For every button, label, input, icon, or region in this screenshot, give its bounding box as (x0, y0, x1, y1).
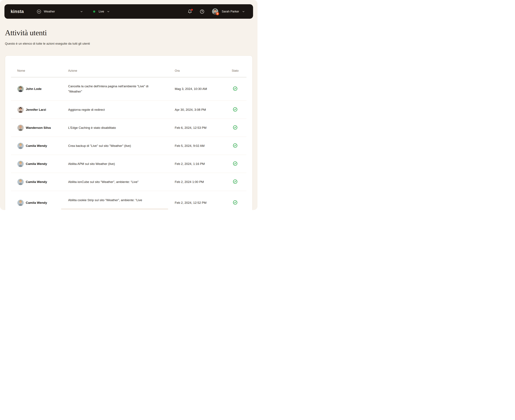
avatar (17, 142, 24, 149)
action-text: Abilita cookie Strip sul sito “Weather”,… (68, 197, 142, 203)
help-button[interactable] (200, 9, 204, 14)
success-check-icon (233, 143, 238, 149)
site-selector-value: Weather (44, 10, 55, 13)
action-text: Aggiorna regole di redirect (68, 107, 105, 112)
chevron-down-icon (107, 10, 110, 13)
environment-selector-dropdown[interactable]: Live (93, 10, 110, 13)
column-header-azione: Azione (68, 69, 175, 73)
timestamp: Feb 6, 2024, 12:53 PM (175, 126, 230, 130)
main-content: Attività utenti Questo è un elenco di tu… (0, 28, 258, 210)
page-subtitle: Questo è un elenco di tutte le azioni es… (5, 41, 253, 46)
page: kinsta W Weather Live (0, 0, 258, 210)
wordpress-icon: W (37, 9, 41, 14)
timestamp: Mag 3, 2024, 10:30 AM (175, 87, 230, 91)
activity-table-card: Nome Azione Ora Stato John Lode Cancella… (5, 55, 253, 210)
success-check-icon (233, 86, 238, 91)
avatar (17, 161, 24, 167)
table-row: Camila Wendy Abilita ionCube sul sito “W… (11, 173, 246, 191)
avatar (17, 200, 24, 206)
table-row: John Lode Cancella la cache dell'intera … (11, 77, 246, 101)
timestamp: Apr 30, 2024, 3:08 PM (175, 108, 230, 112)
table-header-row: Nome Azione Ora Stato (11, 56, 246, 77)
success-check-icon (233, 107, 238, 112)
table-row: Camila Wendy Abilita cookie Strip sul si… (11, 191, 246, 210)
avatar (17, 179, 24, 185)
environment-selector-value: Live (99, 10, 104, 13)
table-row: Wanderson Silva L'Edge Caching è stato d… (11, 119, 246, 137)
lightning-badge-icon (216, 12, 219, 15)
site-selector-dropdown[interactable]: W Weather (37, 9, 83, 14)
user-name: Camila Wendy (26, 144, 47, 148)
action-text: Crea backup di "Live" sul sito "Weather"… (68, 143, 131, 149)
notifications-button[interactable] (188, 9, 192, 14)
user-name: Wanderson Silva (26, 126, 51, 130)
timestamp: Feb 2, 2024, 1:16 PM (175, 162, 230, 166)
chevron-down-icon (242, 10, 245, 13)
user-name: Sarah Parker (222, 10, 239, 13)
table-row: Camila Wendy Crea backup di "Live" sul s… (11, 137, 246, 155)
table-row: Camila Wendy Abilita APM sul sito Weathe… (11, 155, 246, 173)
user-name: Camila Wendy (26, 180, 47, 184)
avatar (17, 106, 24, 113)
action-text: L'Edge Caching è stato disabilitato (68, 125, 116, 130)
live-status-dot (93, 10, 95, 13)
page-title: Attività utenti (5, 28, 253, 37)
success-check-icon (233, 161, 238, 166)
avatar (17, 86, 24, 92)
success-check-icon (233, 125, 238, 130)
avatar (17, 125, 24, 131)
kinsta-logo[interactable]: kinsta (11, 9, 24, 14)
table-row: Jennifer Larzi Aggiorna regole di redire… (11, 101, 246, 119)
action-text: Cancella la cache dell'intera pagina nel… (68, 84, 154, 94)
action-text: Abilita APM sul sito Weather (live) (68, 161, 115, 166)
top-navigation-bar: kinsta W Weather Live (4, 4, 253, 19)
unread-notification-dot (191, 9, 193, 11)
column-header-ora: Ora (175, 69, 230, 73)
success-check-icon (233, 179, 238, 185)
timestamp: Feb 5, 2024, 9:02 AM (175, 144, 230, 148)
column-header-nome: Nome (17, 69, 68, 73)
svg-text:W: W (38, 10, 40, 13)
topbar-right-cluster: Sarah Parker (188, 8, 245, 15)
user-name: John Lode (26, 87, 42, 91)
partial-divider (61, 209, 168, 209)
timestamp: Feb 2, 2024 1:00 PM (175, 180, 230, 184)
chevron-down-icon (80, 10, 83, 13)
user-name: Camila Wendy (26, 162, 47, 166)
avatar (212, 8, 218, 15)
action-text: Abilita ionCube sul sito “Weather”, ambi… (68, 179, 138, 185)
timestamp: Feb 2, 2024, 12:52 PM (175, 201, 230, 205)
user-menu[interactable]: Sarah Parker (212, 8, 245, 15)
user-name: Camila Wendy (26, 201, 47, 205)
success-check-icon (233, 200, 238, 205)
column-header-stato: Stato (230, 69, 240, 73)
user-name: Jennifer Larzi (26, 108, 46, 112)
